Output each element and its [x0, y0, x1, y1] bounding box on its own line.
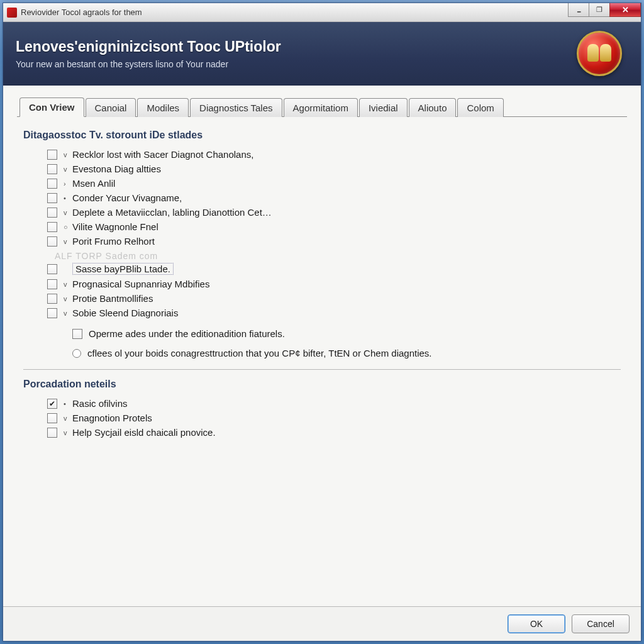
- list-item[interactable]: v Porit Frumo Relhort: [23, 234, 621, 248]
- ok-button[interactable]: OK: [508, 614, 565, 633]
- tab-diagnostics-tales[interactable]: Diagnostics Tales: [190, 98, 282, 117]
- window-title: Reviovider Tocol agraols for them: [21, 8, 569, 17]
- item-label: Porit Frumo Relhort: [72, 236, 155, 247]
- checkbox[interactable]: [47, 279, 57, 289]
- bullet-icon: •: [64, 400, 70, 408]
- chevron-down-icon: v: [64, 209, 70, 216]
- checkbox[interactable]: [47, 222, 57, 232]
- app-icon: [7, 8, 17, 18]
- chevron-down-icon: v: [64, 165, 70, 173]
- maximize-button[interactable]: [589, 3, 610, 17]
- tab-colom[interactable]: Colom: [457, 98, 503, 117]
- checkbox[interactable]: [47, 179, 57, 189]
- product-logo-icon: [577, 31, 622, 76]
- checkbox[interactable]: [47, 264, 57, 274]
- button-label: Cancel: [587, 619, 614, 629]
- list-item[interactable]: ○ Vilite Wagnonle Fnel: [23, 219, 621, 234]
- minimize-button[interactable]: [568, 3, 589, 17]
- chevron-down-icon: v: [64, 429, 70, 436]
- chevron-down-icon: v: [64, 280, 70, 288]
- list-item[interactable]: v Evestona Diag altties: [23, 162, 621, 176]
- list-item[interactable]: • Conder Yacur Vivagname,: [23, 191, 621, 205]
- tab-con-vriew[interactable]: Con Vriew: [19, 97, 84, 117]
- window-controls: [569, 3, 641, 21]
- tab-agormitatiom[interactable]: Agormitatiom: [284, 98, 358, 117]
- checkbox[interactable]: [47, 193, 57, 203]
- sub-option[interactable]: Operme ades under the editionadition fia…: [23, 326, 621, 341]
- cancel-button[interactable]: Cancel: [572, 614, 630, 633]
- titlebar[interactable]: Reviovider Tocol agraols for them: [3, 3, 641, 22]
- item-label: Help Sycjail eisld chaicali pnovice.: [72, 427, 216, 438]
- chevron-icon: ›: [64, 180, 70, 187]
- tab-aliouto[interactable]: Aliouto: [409, 98, 457, 117]
- item-label: Msen Anlil: [72, 178, 115, 189]
- chevron-down-icon: v: [64, 238, 70, 245]
- button-label: OK: [530, 619, 543, 629]
- info-text: cflees ol your boids conagresttruction t…: [87, 348, 432, 358]
- section-divider: [23, 369, 621, 370]
- list-item[interactable]: v Help Sycjail eisld chaicali pnovice.: [23, 425, 621, 440]
- item-label: Operme ades under the editionadition fia…: [89, 328, 285, 339]
- watermark-text: ALF TORP Sadem com: [23, 251, 621, 261]
- item-label: Sasse bayPBlib Ltade.: [72, 263, 174, 275]
- chevron-down-icon: v: [64, 309, 70, 317]
- chevron-down-icon: v: [64, 295, 70, 303]
- checkbox[interactable]: [47, 150, 57, 160]
- tab-label: Canoial: [95, 103, 127, 113]
- banner-subheading: Your new an bestant on the systers lisno…: [16, 59, 577, 69]
- list-item[interactable]: v Prognasical Supnanriay Mdbifies: [23, 277, 621, 291]
- list-item[interactable]: v Deplete a Metaviicclan, labling Dianot…: [23, 205, 621, 219]
- checkbox[interactable]: [47, 428, 57, 438]
- list-item[interactable]: v Enagnotion Protels: [23, 411, 621, 425]
- tab-label: Iviedial: [369, 103, 398, 113]
- checkbox[interactable]: [47, 399, 57, 409]
- section1-title: Ditagaosstoc Tv. storount iDe stlades: [23, 130, 621, 141]
- checkbox[interactable]: [47, 236, 57, 247]
- list-item[interactable]: › Msen Anlil: [23, 176, 621, 191]
- tab-label: Modiles: [147, 103, 179, 113]
- item-label: Vilite Wagnonle Fnel: [72, 221, 158, 232]
- chevron-down-icon: v: [64, 414, 70, 422]
- checkbox[interactable]: [47, 164, 57, 174]
- item-label: Enagnotion Protels: [72, 413, 152, 423]
- info-row: cflees ol your boids conagresttruction t…: [23, 346, 621, 360]
- bullet-icon: ○: [64, 223, 70, 231]
- checkbox[interactable]: [47, 294, 57, 304]
- tab-label: Colom: [467, 103, 494, 113]
- tab-label: Diagnostics Tales: [199, 103, 272, 113]
- checkbox[interactable]: [47, 413, 57, 423]
- main-window: Reviovider Tocol agraols for them Lenove…: [3, 3, 641, 641]
- tab-iviedial[interactable]: Iviedial: [359, 98, 408, 117]
- item-label: Sobie Sleend Diagnoriais: [72, 308, 178, 318]
- chevron-down-icon: v: [64, 151, 70, 158]
- content-area: Con Vriew Canoial Modiles Diagnostics Ta…: [3, 86, 641, 606]
- tab-label: Agormitatiom: [293, 103, 348, 113]
- checkbox[interactable]: [72, 329, 82, 339]
- item-label: Recklor lost with Sacer Diagnot Chanolan…: [72, 149, 253, 160]
- banner-heading: Lenoves'enigninizcisont Tooc UPtiolor: [16, 38, 577, 55]
- item-label: Prognasical Supnanriay Mdbifies: [72, 279, 209, 289]
- tab-canoial[interactable]: Canoial: [86, 98, 136, 117]
- list-item[interactable]: • Rasic ofilvins: [23, 396, 621, 411]
- list-item[interactable]: v Protie Bantmollifies: [23, 291, 621, 306]
- banner: Lenoves'enigninizcisont Tooc UPtiolor Yo…: [3, 22, 641, 86]
- list-item[interactable]: v Sobie Sleend Diagnoriais: [23, 306, 621, 320]
- tab-modiles[interactable]: Modiles: [137, 98, 189, 117]
- tab-panel: Ditagaosstoc Tv. storount iDe stlades v …: [17, 117, 627, 606]
- tab-label: Con Vriew: [29, 102, 75, 113]
- section2-title: Porcadation neteils: [23, 379, 621, 390]
- item-label: Deplete a Metaviicclan, labling Dianotti…: [72, 207, 272, 218]
- tab-label: Aliouto: [418, 103, 447, 113]
- item-label: Rasic ofilvins: [72, 398, 128, 409]
- list-item[interactable]: Sasse bayPBlib Ltade.: [23, 261, 621, 277]
- checkbox[interactable]: [47, 208, 57, 218]
- footer: OK Cancel: [3, 606, 641, 641]
- checkbox[interactable]: [47, 308, 57, 318]
- item-label: Conder Yacur Vivagname,: [72, 192, 182, 203]
- close-button[interactable]: [609, 3, 641, 17]
- list-item[interactable]: v Recklor lost with Sacer Diagnot Chanol…: [23, 147, 621, 162]
- tabstrip: Con Vriew Canoial Modiles Diagnostics Ta…: [17, 97, 627, 117]
- info-icon: [72, 349, 81, 358]
- item-label: Evestona Diag altties: [72, 164, 161, 174]
- item-label: Protie Bantmollifies: [72, 293, 153, 304]
